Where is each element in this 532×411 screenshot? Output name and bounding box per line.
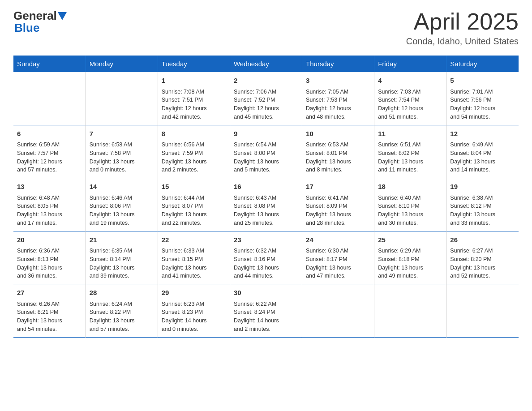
calendar-cell: 25Sunrise: 6:29 AMSunset: 8:18 PMDayligh…: [374, 231, 446, 284]
weekday-header-wednesday: Wednesday: [230, 56, 302, 72]
day-info: Sunrise: 7:06 AMSunset: 7:52 PMDaylight:…: [234, 88, 298, 121]
day-info: Sunrise: 6:22 AMSunset: 8:24 PMDaylight:…: [234, 300, 298, 334]
calendar-cell: 22Sunrise: 6:33 AMSunset: 8:15 PMDayligh…: [158, 231, 230, 284]
calendar-cell: 28Sunrise: 6:24 AMSunset: 8:22 PMDayligh…: [86, 284, 158, 338]
calendar-cell: 30Sunrise: 6:22 AMSunset: 8:24 PMDayligh…: [230, 284, 302, 338]
day-number: 23: [234, 235, 298, 245]
day-number: 12: [450, 129, 515, 139]
day-number: 3: [306, 76, 370, 86]
calendar-week-row: 1Sunrise: 7:08 AMSunset: 7:51 PMDaylight…: [13, 72, 519, 125]
calendar-cell: 27Sunrise: 6:26 AMSunset: 8:21 PMDayligh…: [13, 284, 86, 338]
day-info: Sunrise: 6:36 AMSunset: 8:13 PMDaylight:…: [17, 247, 82, 280]
day-info: Sunrise: 6:26 AMSunset: 8:21 PMDaylight:…: [17, 300, 82, 334]
calendar-cell: 10Sunrise: 6:53 AMSunset: 8:01 PMDayligh…: [302, 125, 374, 178]
day-number: 26: [450, 235, 515, 245]
day-number: 16: [234, 182, 298, 192]
calendar-cell: 5Sunrise: 7:01 AMSunset: 7:56 PMDaylight…: [446, 72, 519, 125]
day-info: Sunrise: 7:05 AMSunset: 7:53 PMDaylight:…: [306, 88, 370, 121]
calendar-cell: 14Sunrise: 6:46 AMSunset: 8:06 PMDayligh…: [86, 178, 158, 231]
day-number: 1: [162, 76, 226, 86]
weekday-header-monday: Monday: [86, 56, 158, 72]
weekday-header-row: SundayMondayTuesdayWednesdayThursdayFrid…: [13, 56, 519, 72]
day-info: Sunrise: 6:49 AMSunset: 8:04 PMDaylight:…: [450, 141, 515, 174]
day-number: 21: [90, 235, 154, 245]
day-info: Sunrise: 6:32 AMSunset: 8:16 PMDaylight:…: [234, 247, 298, 280]
day-info: Sunrise: 7:08 AMSunset: 7:51 PMDaylight:…: [162, 88, 226, 121]
calendar-cell: 11Sunrise: 6:51 AMSunset: 8:02 PMDayligh…: [374, 125, 446, 178]
calendar-cell: 26Sunrise: 6:27 AMSunset: 8:20 PMDayligh…: [446, 231, 519, 284]
day-info: Sunrise: 6:48 AMSunset: 8:05 PMDaylight:…: [17, 194, 82, 227]
day-info: Sunrise: 6:44 AMSunset: 8:07 PMDaylight:…: [162, 194, 226, 227]
calendar-cell: 13Sunrise: 6:48 AMSunset: 8:05 PMDayligh…: [13, 178, 86, 231]
calendar-week-row: 27Sunrise: 6:26 AMSunset: 8:21 PMDayligh…: [13, 284, 519, 338]
calendar-cell: 3Sunrise: 7:05 AMSunset: 7:53 PMDaylight…: [302, 72, 374, 125]
day-number: 6: [17, 129, 82, 139]
day-number: 10: [306, 129, 370, 139]
day-number: 15: [162, 182, 226, 192]
day-info: Sunrise: 7:03 AMSunset: 7:54 PMDaylight:…: [378, 88, 442, 121]
weekday-header-tuesday: Tuesday: [158, 56, 230, 72]
title-block: April 2025 Conda, Idaho, United States: [406, 9, 519, 47]
day-number: 11: [378, 129, 442, 139]
day-info: Sunrise: 6:43 AMSunset: 8:08 PMDaylight:…: [234, 194, 298, 227]
day-info: Sunrise: 6:33 AMSunset: 8:15 PMDaylight:…: [162, 247, 226, 280]
calendar-cell: 4Sunrise: 7:03 AMSunset: 7:54 PMDaylight…: [374, 72, 446, 125]
calendar-cell: 17Sunrise: 6:41 AMSunset: 8:09 PMDayligh…: [302, 178, 374, 231]
calendar-cell: 2Sunrise: 7:06 AMSunset: 7:52 PMDaylight…: [230, 72, 302, 125]
day-number: 7: [90, 129, 154, 139]
month-title: April 2025: [406, 9, 519, 34]
day-info: Sunrise: 6:54 AMSunset: 8:00 PMDaylight:…: [234, 141, 298, 174]
day-number: 27: [17, 288, 82, 298]
calendar-week-row: 6Sunrise: 6:59 AMSunset: 7:57 PMDaylight…: [13, 125, 519, 178]
calendar-cell: 15Sunrise: 6:44 AMSunset: 8:07 PMDayligh…: [158, 178, 230, 231]
weekday-header-saturday: Saturday: [446, 56, 519, 72]
day-number: 22: [162, 235, 226, 245]
day-info: Sunrise: 6:53 AMSunset: 8:01 PMDaylight:…: [306, 141, 370, 174]
calendar-cell: 9Sunrise: 6:54 AMSunset: 8:00 PMDaylight…: [230, 125, 302, 178]
calendar-cell: 12Sunrise: 6:49 AMSunset: 8:04 PMDayligh…: [446, 125, 519, 178]
day-info: Sunrise: 6:24 AMSunset: 8:22 PMDaylight:…: [90, 300, 154, 334]
calendar-cell: [13, 72, 86, 125]
day-info: Sunrise: 6:40 AMSunset: 8:10 PMDaylight:…: [378, 194, 442, 227]
weekday-header-thursday: Thursday: [302, 56, 374, 72]
calendar-cell: 19Sunrise: 6:38 AMSunset: 8:12 PMDayligh…: [446, 178, 519, 231]
logo-triangle-icon: [58, 12, 67, 20]
calendar-cell: 6Sunrise: 6:59 AMSunset: 7:57 PMDaylight…: [13, 125, 86, 178]
day-number: 4: [378, 76, 442, 86]
logo: General Blue: [13, 9, 68, 35]
calendar-cell: 18Sunrise: 6:40 AMSunset: 8:10 PMDayligh…: [374, 178, 446, 231]
calendar-cell: 16Sunrise: 6:43 AMSunset: 8:08 PMDayligh…: [230, 178, 302, 231]
day-info: Sunrise: 6:56 AMSunset: 7:59 PMDaylight:…: [162, 141, 226, 174]
calendar-week-row: 20Sunrise: 6:36 AMSunset: 8:13 PMDayligh…: [13, 231, 519, 284]
day-info: Sunrise: 6:35 AMSunset: 8:14 PMDaylight:…: [90, 247, 154, 280]
calendar-cell: 7Sunrise: 6:58 AMSunset: 7:58 PMDaylight…: [86, 125, 158, 178]
day-number: 25: [378, 235, 442, 245]
calendar-cell: 21Sunrise: 6:35 AMSunset: 8:14 PMDayligh…: [86, 231, 158, 284]
calendar-cell: [374, 284, 446, 338]
weekday-header-sunday: Sunday: [13, 56, 86, 72]
day-number: 8: [162, 129, 226, 139]
calendar-cell: [86, 72, 158, 125]
calendar-cell: 8Sunrise: 6:56 AMSunset: 7:59 PMDaylight…: [158, 125, 230, 178]
day-number: 30: [234, 288, 298, 298]
weekday-header-friday: Friday: [374, 56, 446, 72]
day-info: Sunrise: 6:58 AMSunset: 7:58 PMDaylight:…: [90, 141, 154, 174]
calendar-week-row: 13Sunrise: 6:48 AMSunset: 8:05 PMDayligh…: [13, 178, 519, 231]
calendar-cell: 23Sunrise: 6:32 AMSunset: 8:16 PMDayligh…: [230, 231, 302, 284]
day-info: Sunrise: 6:41 AMSunset: 8:09 PMDaylight:…: [306, 194, 370, 227]
page-header: General Blue April 2025 Conda, Idaho, Un…: [13, 9, 519, 47]
day-number: 20: [17, 235, 82, 245]
calendar-cell: 20Sunrise: 6:36 AMSunset: 8:13 PMDayligh…: [13, 231, 86, 284]
day-info: Sunrise: 6:59 AMSunset: 7:57 PMDaylight:…: [17, 141, 82, 174]
day-number: 24: [306, 235, 370, 245]
day-info: Sunrise: 6:51 AMSunset: 8:02 PMDaylight:…: [378, 141, 442, 174]
day-number: 2: [234, 76, 298, 86]
day-number: 17: [306, 182, 370, 192]
day-number: 28: [90, 288, 154, 298]
day-number: 29: [162, 288, 226, 298]
day-info: Sunrise: 6:23 AMSunset: 8:23 PMDaylight:…: [162, 300, 226, 334]
day-number: 18: [378, 182, 442, 192]
day-number: 13: [17, 182, 82, 192]
day-info: Sunrise: 7:01 AMSunset: 7:56 PMDaylight:…: [450, 88, 515, 121]
day-info: Sunrise: 6:46 AMSunset: 8:06 PMDaylight:…: [90, 194, 154, 227]
